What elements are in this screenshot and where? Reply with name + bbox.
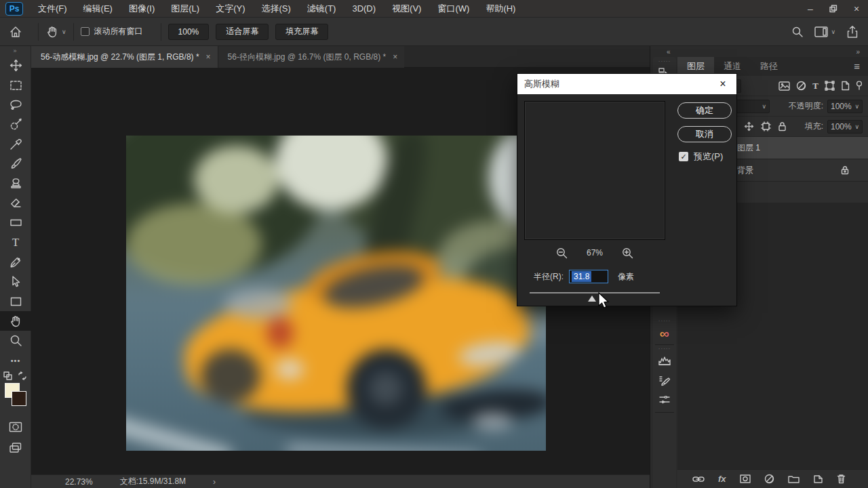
eyedropper-tool[interactable] (0, 134, 31, 154)
background-color-swatch[interactable] (12, 391, 26, 406)
fit-screen-button[interactable]: 适合屏幕 (216, 24, 269, 40)
menu-file[interactable]: 文件(F) (30, 0, 75, 18)
more-tools-icon[interactable]: ••• (0, 350, 31, 370)
status-chevron-icon[interactable]: › (213, 477, 216, 487)
menu-edit[interactable]: 编辑(E) (75, 0, 121, 18)
document-tab-bar: 56-动感模糊.jpg @ 22.7% (图层 1, RGB/8) * × 56… (31, 46, 650, 68)
add-mask-icon[interactable] (740, 474, 751, 483)
menu-help[interactable]: 帮助(H) (477, 0, 524, 18)
color-swatches (0, 383, 31, 413)
filter-smart-objects-icon[interactable] (841, 81, 850, 91)
grip-dots: ····· (653, 58, 676, 64)
menu-image[interactable]: 图像(I) (121, 0, 163, 18)
zoom-100-button[interactable]: 100% (168, 24, 210, 40)
photoshop-logo-icon: Ps (5, 2, 23, 16)
blur-preview[interactable] (524, 101, 665, 240)
brush-tool[interactable] (0, 154, 31, 174)
preview-checkbox[interactable]: ✓ (679, 152, 688, 161)
opacity-value-dropdown[interactable]: 100% ∨ (827, 100, 863, 113)
status-document-sizes: 文档:15.9M/31.8M (120, 476, 186, 487)
menu-layer[interactable]: 图层(L) (163, 0, 208, 18)
eraser-tool[interactable] (0, 193, 31, 213)
document-tab-active[interactable]: 56-动感模糊.jpg @ 22.7% (图层 1, RGB/8) * × (31, 46, 218, 68)
expand-panels-icon[interactable]: » (856, 48, 860, 56)
panel-icon-brushes[interactable] (653, 393, 676, 407)
filter-toggle-pin[interactable] (856, 81, 863, 91)
fill-screen-button[interactable]: 填充屏幕 (275, 24, 328, 40)
minimize-button[interactable]: – (799, 0, 822, 18)
screen-mode-button[interactable] (0, 438, 31, 458)
new-layer-icon[interactable] (813, 474, 823, 484)
panel-icon-brush-settings[interactable] (653, 374, 676, 388)
ok-button[interactable]: 确定 (677, 102, 732, 119)
delete-layer-icon[interactable] (837, 474, 846, 484)
lock-artboard-icon[interactable] (761, 121, 771, 131)
close-window-button[interactable]: × (845, 0, 868, 18)
collapse-panels-icon[interactable]: « (667, 48, 671, 56)
tools-collapse-icon[interactable]: » (0, 46, 31, 56)
filter-pixel-layers-icon[interactable] (778, 81, 790, 91)
layer-style-fx-icon[interactable]: fx (718, 474, 726, 484)
menu-filter[interactable]: 滤镜(T) (299, 0, 344, 18)
radius-slider-track[interactable] (530, 292, 660, 293)
radius-input[interactable]: 31.8 (569, 270, 608, 283)
filter-type-layers-icon[interactable]: T (812, 81, 818, 92)
link-layers-icon[interactable] (692, 476, 705, 483)
menu-view[interactable]: 视图(V) (384, 0, 429, 18)
menu-bar: Ps 文件(F) 编辑(E) 图像(I) 图层(L) 文字(Y) 选择(S) 滤… (0, 0, 868, 18)
hand-tool[interactable] (0, 311, 31, 331)
close-tab-icon[interactable]: × (206, 52, 211, 62)
close-tab-icon[interactable]: × (393, 52, 397, 62)
fill-label: 填充: (805, 121, 823, 132)
pen-tool[interactable] (0, 252, 31, 272)
dialog-title-bar[interactable]: 高斯模糊 × (517, 74, 736, 94)
home-icon[interactable] (9, 25, 22, 39)
lock-position-icon[interactable] (744, 121, 754, 131)
chevron-down-icon: ∨ (62, 28, 66, 35)
status-zoom-level[interactable]: 22.73% (65, 477, 93, 487)
radius-slider-thumb[interactable] (588, 296, 596, 302)
rectangular-marquee-tool[interactable] (0, 75, 31, 95)
dialog-close-icon[interactable]: × (716, 78, 730, 90)
menu-type[interactable]: 文字(Y) (208, 0, 253, 18)
panel-icon-libraries[interactable]: ∞ (653, 327, 676, 340)
zoom-tool[interactable] (0, 331, 31, 350)
zoom-in-icon[interactable] (622, 247, 633, 259)
swap-colors-icon[interactable] (18, 371, 27, 380)
lock-icon (841, 165, 849, 175)
menu-3d[interactable]: 3D(D) (344, 0, 384, 18)
move-tool[interactable] (0, 56, 31, 75)
fill-value-dropdown[interactable]: 100% ∨ (827, 120, 863, 134)
type-tool[interactable]: T (0, 232, 31, 252)
panel-menu-icon[interactable]: ≡ (854, 57, 868, 76)
cancel-button[interactable]: 取消 (677, 126, 732, 142)
quick-selection-tool[interactable] (0, 115, 31, 134)
rectangle-shape-tool[interactable] (0, 291, 31, 311)
path-select-tool[interactable] (0, 272, 31, 291)
filter-adjustment-layers-icon[interactable] (796, 81, 806, 91)
hand-tool-icon[interactable]: ∨ (45, 25, 66, 39)
new-group-icon[interactable] (788, 474, 800, 483)
lock-all-icon[interactable] (778, 121, 787, 131)
default-swatches-icon[interactable] (3, 371, 12, 380)
zoom-out-icon[interactable] (556, 247, 568, 259)
radius-label: 半径(R): (534, 271, 564, 283)
lasso-tool[interactable] (0, 95, 31, 115)
document-tab-inactive[interactable]: 56-径向模糊.jpg @ 16.7% (图层 0, RGB/8) * × (218, 46, 405, 68)
window-controls: – × (799, 0, 868, 18)
scroll-all-windows-checkbox[interactable] (81, 27, 90, 36)
share-icon[interactable] (846, 25, 859, 39)
quick-mask-button[interactable] (0, 417, 31, 436)
workspace-switcher[interactable]: ∨ (814, 26, 835, 38)
adjustment-layer-icon[interactable] (764, 474, 774, 484)
gradient-tool[interactable] (0, 213, 31, 232)
filter-shape-layers-icon[interactable] (825, 81, 835, 91)
grip-dots: ····· (653, 346, 676, 352)
menu-window[interactable]: 窗口(W) (429, 0, 477, 18)
clone-stamp-tool[interactable] (0, 174, 31, 193)
search-icon[interactable] (791, 26, 804, 38)
menu-select[interactable]: 选择(S) (253, 0, 298, 18)
panel-icon-histogram[interactable] (653, 355, 676, 366)
tab-paths[interactable]: 路径 (751, 57, 787, 76)
restore-button[interactable] (822, 0, 845, 18)
